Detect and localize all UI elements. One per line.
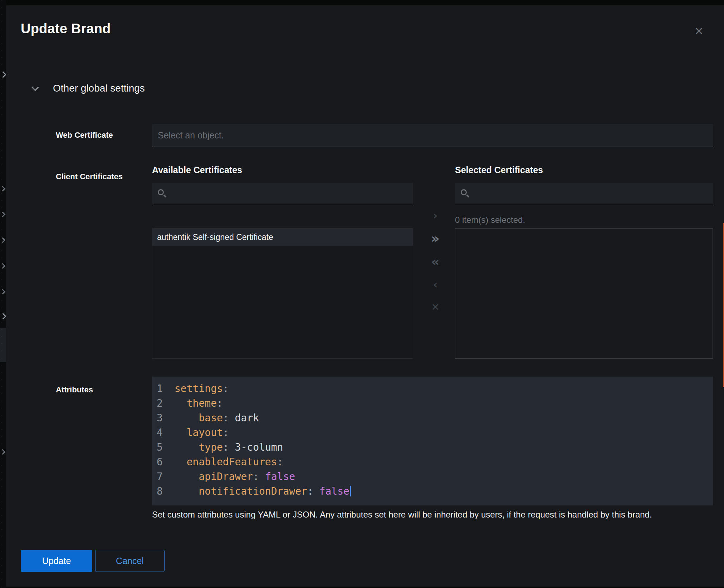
selected-count-status: 0 item(s) selected. xyxy=(455,215,525,225)
search-icon xyxy=(158,189,166,198)
available-certificates-header: Available Certificates xyxy=(152,165,242,175)
background-sidebar-sliver xyxy=(0,0,6,588)
available-certificates-search-input[interactable] xyxy=(171,188,413,199)
selected-certificates-header: Selected Certificates xyxy=(455,165,543,175)
search-icon xyxy=(461,189,469,198)
code-line: 4 layout: xyxy=(152,425,713,440)
chevron-down-icon xyxy=(31,83,39,91)
background-sidebar-active-row xyxy=(0,328,6,362)
chevron-right-icon xyxy=(0,186,5,192)
attributes-code-editor[interactable]: 1settings:2 theme:3 base: dark4 layout:5… xyxy=(152,377,713,505)
remove-selected-icon[interactable]: ‹ xyxy=(420,278,450,292)
available-certificate-item[interactable]: authentik Self-signed Certificate xyxy=(152,229,413,246)
update-button[interactable]: Update xyxy=(21,550,92,572)
code-line: 2 theme: xyxy=(152,396,713,411)
selected-certificates-search xyxy=(455,183,713,204)
section-toggle-other-global-settings[interactable]: Other global settings xyxy=(33,80,145,96)
section-toggle-label: Other global settings xyxy=(53,83,145,94)
chevron-right-icon xyxy=(0,313,6,319)
selected-certificates-search-input[interactable] xyxy=(474,188,713,199)
available-certificates-list[interactable]: authentik Self-signed Certificate xyxy=(152,228,413,359)
chevron-right-icon xyxy=(0,263,5,269)
code-line: 1settings: xyxy=(152,381,713,396)
code-line: 7 apiDrawer: false xyxy=(152,469,713,484)
code-line: 8 notificationDrawer: false xyxy=(152,484,713,499)
client-certificates-label: Client Certificates xyxy=(56,172,123,181)
code-line: 6 enabledFeatures: xyxy=(152,455,713,469)
clear-selection-icon[interactable]: ✕ xyxy=(420,300,450,314)
attributes-help-text: Set custom attributes using YAML or JSON… xyxy=(152,510,714,520)
chevron-right-icon xyxy=(0,212,5,217)
chevron-right-icon xyxy=(0,289,5,295)
chevron-right-icon xyxy=(0,237,5,243)
cancel-button[interactable]: Cancel xyxy=(95,550,165,572)
web-certificate-label: Web Certificate xyxy=(56,131,113,140)
code-line: 5 type: 3-column xyxy=(152,440,713,455)
attributes-label: Attributes xyxy=(56,385,93,395)
selected-certificates-list[interactable] xyxy=(455,228,713,359)
available-certificates-search xyxy=(152,183,413,204)
add-selected-icon[interactable]: › xyxy=(420,209,450,223)
close-icon[interactable]: ✕ xyxy=(691,23,707,39)
code-line: 3 base: dark xyxy=(152,411,713,425)
modal-title: Update Brand xyxy=(21,21,111,36)
text-cursor xyxy=(350,486,351,496)
web-certificate-select-input[interactable] xyxy=(152,124,713,147)
update-brand-modal: Update Brand ✕ Other global settings Web… xyxy=(6,5,724,587)
chevron-right-icon xyxy=(0,71,6,78)
add-all-icon[interactable]: » xyxy=(420,231,450,246)
chevron-right-icon xyxy=(0,449,5,455)
remove-all-icon[interactable]: « xyxy=(420,255,450,269)
screen: Update Brand ✕ Other global settings Web… xyxy=(0,0,724,588)
